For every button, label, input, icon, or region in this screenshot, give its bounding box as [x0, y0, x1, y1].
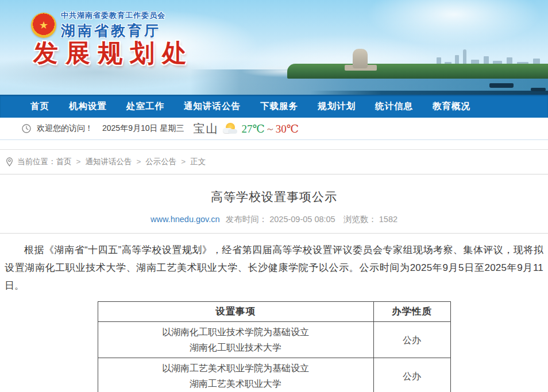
table-header-nature: 办学性质: [373, 302, 450, 322]
nature-cell-line: 公办: [377, 332, 447, 348]
welcome-bar: 欢迎您的访问！ 2025年9月10日 星期三 宝山 27℃ ～ 30℃: [0, 118, 548, 140]
nav-item-6[interactable]: 统计信息: [375, 100, 413, 112]
boat: [489, 83, 514, 88]
table-row-1: 以湖南工艺美术职业学院为基础设立湖南工艺美术职业大学公办: [98, 358, 450, 392]
org-text: 中共湖南省委教育工作委员会 湖南省教育厅: [61, 10, 165, 40]
publish-info: www.hnedu.gov.cn 发布时间： 2025-09-05 08:05 …: [0, 214, 548, 234]
site-banner: ★ 中共湖南省委教育工作委员会 湖南省教育厅 发展规划处: [0, 0, 548, 95]
breadcrumb-item-1[interactable]: 通知讲话公告: [85, 157, 132, 166]
nav-item-3[interactable]: 通知讲话公告: [184, 100, 241, 112]
org-committee-name: 中共湖南省委教育工作委员会: [61, 10, 165, 21]
breadcrumb-separator: >: [76, 157, 81, 166]
breadcrumb-separator: >: [136, 157, 141, 166]
article-title: 高等学校设置事项公示: [0, 189, 548, 205]
breadcrumb: 当前位置： 首页>通知讲话公告>公示公告>正文: [0, 149, 548, 174]
setup-item-cell-line: 湖南工艺美术职业大学: [102, 376, 370, 391]
temperature-range-separator: ～: [265, 122, 275, 135]
clock-icon: [22, 124, 31, 133]
emblem-star: ★: [39, 20, 48, 30]
article: 高等学校设置事项公示 www.hnedu.gov.cn 发布时间： 2025-0…: [0, 189, 548, 392]
table-header-item: 设置事项: [98, 302, 373, 322]
setup-items-table: 设置事项 办学性质 以湖南化工职业技术学院为基础设立湖南化工职业技术大学公办以湖…: [98, 301, 451, 392]
division-title: 发展规划处: [33, 37, 194, 70]
views-label: 浏览数：: [344, 215, 377, 224]
water-dark-edge: [310, 91, 548, 95]
breadcrumb-separator: >: [181, 157, 186, 166]
temperature-low: 27℃: [241, 122, 264, 135]
breadcrumb-item-0[interactable]: 首页: [56, 157, 72, 166]
breadcrumb-item-3: 正文: [190, 157, 206, 166]
page: ★ 中共湖南省委教育工作委员会 湖南省教育厅 发展规划处 首页机构设置处室工作通…: [0, 0, 548, 392]
welcome-text: 欢迎您的访问！: [37, 123, 93, 134]
setup-item-cell-line: 以湖南化工职业技术学院为基础设立: [102, 324, 370, 340]
setup-item-cell: 以湖南化工职业技术学院为基础设立湖南化工职业技术大学: [98, 322, 373, 358]
national-emblem-icon: ★: [31, 13, 56, 38]
sun-cloud-weather-icon: [223, 123, 238, 134]
temperature-high: 30℃: [276, 122, 299, 135]
nature-cell: 公办: [373, 322, 450, 358]
setup-item-cell-line: 以湖南工艺美术职业学院为基础设立: [102, 360, 370, 376]
nature-cell-line: 公办: [377, 368, 447, 384]
statue: [353, 49, 368, 68]
boat: [531, 88, 546, 91]
nav-item-0[interactable]: 首页: [30, 100, 49, 112]
main-nav: 首页机构设置处室工作通知讲话公告下载服务规划计划统计信息教育概况: [0, 95, 548, 118]
publish-time-label: 发布时间：: [226, 215, 268, 224]
breadcrumb-label: 当前位置：: [17, 157, 56, 167]
location-pin-icon: [6, 157, 13, 166]
nav-item-4[interactable]: 下载服务: [260, 100, 298, 112]
setup-item-cell-line: 湖南化工职业技术大学: [102, 340, 370, 355]
nav-item-1[interactable]: 机构设置: [69, 100, 107, 112]
spacer: [0, 140, 548, 149]
source-url-link[interactable]: www.hnedu.gov.cn: [150, 215, 220, 224]
weather-city: 宝山: [193, 121, 218, 137]
nav-item-2[interactable]: 处室工作: [126, 100, 164, 112]
nav-item-5[interactable]: 规划计划: [318, 100, 356, 112]
site-logo[interactable]: ★ 中共湖南省委教育工作委员会 湖南省教育厅: [31, 10, 165, 40]
nav-item-7[interactable]: 教育概况: [433, 100, 470, 112]
breadcrumb-items: 首页>通知讲话公告>公示公告>正文: [56, 157, 206, 167]
setup-item-cell: 以湖南工艺美术职业学院为基础设立湖南工艺美术职业大学: [98, 358, 373, 392]
article-body: 根据《湖南省“十四五”高等学校设置规划》，经省第四届高等学校设置评议委员会专家组…: [5, 241, 543, 294]
table-row-0: 以湖南化工职业技术学院为基础设立湖南化工职业技术大学公办: [98, 322, 450, 358]
current-date: 2025年9月10日 星期三: [102, 123, 184, 134]
nature-cell: 公办: [373, 358, 450, 392]
views-count: 1582: [379, 215, 398, 224]
orange-isle: [287, 64, 548, 79]
breadcrumb-item-2[interactable]: 公示公告: [145, 157, 176, 166]
publish-time: 2025-09-05 08:05: [269, 215, 335, 224]
